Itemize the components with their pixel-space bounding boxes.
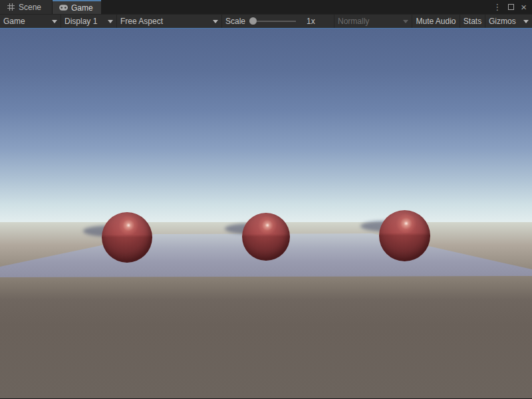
chevron-down-icon <box>523 20 529 23</box>
chevron-down-icon <box>403 20 408 23</box>
chevron-down-icon <box>108 20 113 23</box>
tab-scene[interactable]: Scene <box>0 0 53 14</box>
chevron-down-icon <box>52 20 57 23</box>
gizmos-dropdown[interactable]: Gizmos <box>485 15 532 28</box>
red-sphere-left <box>102 212 152 263</box>
red-sphere-center <box>242 213 290 261</box>
mute-audio-button[interactable]: Mute Audio <box>412 15 460 28</box>
aspect-ratio-dropdown[interactable]: Free Aspect <box>117 15 222 28</box>
stats-button[interactable]: Stats <box>460 15 485 28</box>
display-label: Display 1 <box>65 17 97 26</box>
tab-game[interactable]: Game <box>53 0 101 14</box>
scale-slider[interactable] <box>249 17 301 25</box>
game-view-toolbar: Game Display 1 Free Aspect Scale 1x Norm… <box>0 14 532 29</box>
scale-control: Scale 1x <box>222 15 334 28</box>
maximize-icon[interactable] <box>508 4 514 10</box>
red-sphere-right <box>379 210 430 261</box>
display-dropdown[interactable]: Display 1 <box>61 15 117 28</box>
gizmos-label: Gizmos <box>489 17 516 26</box>
scale-slider-knob[interactable] <box>249 17 257 25</box>
tab-game-label: Game <box>71 3 93 13</box>
kebab-menu-icon[interactable]: ⋮ <box>493 3 501 11</box>
window-controls: ⋮ × <box>493 0 532 14</box>
play-mode-label: Normally <box>338 17 369 26</box>
tab-bar: Scene Game ⋮ × <box>0 0 532 14</box>
view-menu-label: Game <box>3 17 25 26</box>
game-viewport[interactable] <box>0 29 532 398</box>
close-icon[interactable]: × <box>521 2 527 12</box>
chevron-down-icon <box>213 20 218 23</box>
sky-gradient <box>0 29 532 222</box>
tab-bar-empty-space <box>101 0 493 14</box>
gamepad-icon <box>59 4 68 11</box>
grid-icon <box>7 3 15 11</box>
stats-label: Stats <box>464 17 481 26</box>
aspect-ratio-label: Free Aspect <box>120 17 163 26</box>
play-mode-dropdown[interactable]: Normally <box>334 15 412 28</box>
mute-audio-label: Mute Audio <box>416 17 456 26</box>
view-menu-dropdown[interactable]: Game <box>0 15 61 28</box>
tab-scene-label: Scene <box>19 3 41 12</box>
scale-value: 1x <box>307 17 315 26</box>
scale-label: Scale <box>225 17 245 26</box>
